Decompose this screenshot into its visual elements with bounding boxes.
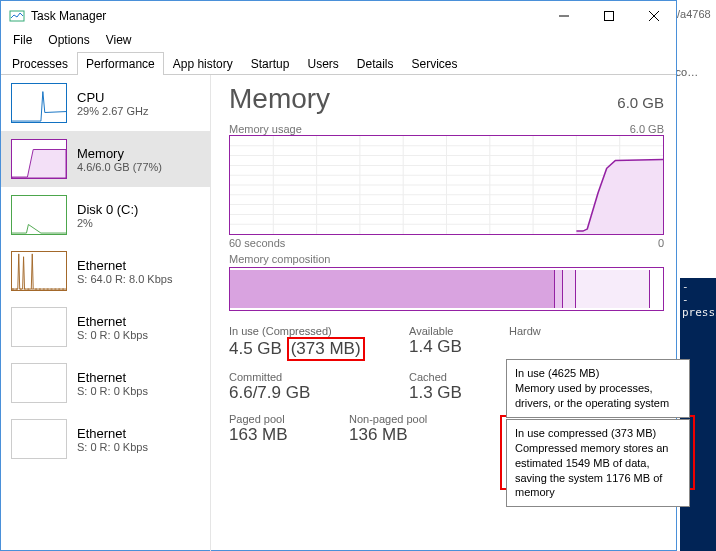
- menu-bar: File Options View: [1, 31, 676, 51]
- hardware-label: Hardw: [509, 325, 541, 337]
- available-label: Available: [409, 325, 479, 337]
- menu-view[interactable]: View: [98, 31, 140, 51]
- tab-processes[interactable]: Processes: [3, 52, 77, 75]
- paged-label: Paged pool: [229, 413, 319, 425]
- sidebar-eth4-name: Ethernet: [77, 426, 148, 441]
- sidebar: CPU 29% 2.67 GHz Memory 4.6/6.0 GB (77%): [1, 75, 211, 551]
- inuse-value: 4.5 GB (373 MB): [229, 337, 379, 361]
- svg-rect-0: [10, 11, 24, 21]
- eth3-thumb-chart: [11, 363, 67, 403]
- sidebar-mem-name: Memory: [77, 146, 162, 161]
- disk-thumb-chart: [11, 195, 67, 235]
- sidebar-cpu-sub: 29% 2.67 GHz: [77, 105, 149, 117]
- committed-label: Committed: [229, 371, 379, 383]
- sidebar-eth2-name: Ethernet: [77, 314, 148, 329]
- memory-capacity: 6.0 GB: [617, 94, 664, 111]
- tooltip-inuse: In use (4625 MB) Memory used by processe…: [506, 359, 690, 418]
- usage-chart-label: Memory usage: [229, 123, 302, 135]
- sidebar-disk-name: Disk 0 (C:): [77, 202, 138, 217]
- sidebar-eth4-sub: S: 0 R: 0 Kbps: [77, 441, 148, 453]
- eth1-thumb-chart: [11, 251, 67, 291]
- available-value: 1.4 GB: [409, 337, 479, 357]
- nonpaged-label: Non-paged pool: [349, 413, 427, 425]
- tooltip-compressed: In use compressed (373 MB) Compressed me…: [506, 419, 690, 507]
- cached-value: 1.3 GB: [409, 383, 462, 403]
- compressed-value-highlight: (373 MB): [287, 337, 365, 361]
- sidebar-item-ethernet-2[interactable]: Ethernet S: 0 R: 0 Kbps: [1, 299, 210, 355]
- tab-services[interactable]: Services: [403, 52, 467, 75]
- tooltip-compressed-title: In use compressed (373 MB): [515, 426, 681, 441]
- sidebar-item-disk[interactable]: Disk 0 (C:) 2%: [1, 187, 210, 243]
- menu-file[interactable]: File: [5, 31, 40, 51]
- sidebar-disk-sub: 2%: [77, 217, 138, 229]
- sidebar-eth1-name: Ethernet: [77, 258, 172, 273]
- tab-performance[interactable]: Performance: [77, 52, 164, 75]
- svg-rect-2: [604, 12, 613, 21]
- titlebar[interactable]: Task Manager: [1, 1, 676, 31]
- tab-bar: Processes Performance App history Startu…: [1, 51, 676, 75]
- eth4-thumb-chart: [11, 419, 67, 459]
- memory-thumb-chart: [11, 139, 67, 179]
- sidebar-cpu-name: CPU: [77, 90, 149, 105]
- xaxis-right: 0: [658, 237, 664, 249]
- composition-label: Memory composition: [229, 253, 330, 265]
- cpu-thumb-chart: [11, 83, 67, 123]
- usage-chart-max: 6.0 GB: [630, 123, 664, 135]
- sidebar-eth3-name: Ethernet: [77, 370, 148, 385]
- eth2-thumb-chart: [11, 307, 67, 347]
- memory-composition-chart[interactable]: [229, 267, 664, 311]
- nonpaged-value: 136 MB: [349, 425, 427, 445]
- powershell-text: - - pressio: [682, 280, 714, 319]
- sidebar-mem-sub: 4.6/6.0 GB (77%): [77, 161, 162, 173]
- xaxis-left: 60 seconds: [229, 237, 285, 249]
- committed-value: 6.6/7.9 GB: [229, 383, 379, 403]
- maximize-button[interactable]: [586, 1, 631, 31]
- inuse-label: In use (Compressed): [229, 325, 379, 337]
- sidebar-eth3-sub: S: 0 R: 0 Kbps: [77, 385, 148, 397]
- svg-marker-5: [12, 150, 66, 179]
- sidebar-item-memory[interactable]: Memory 4.6/6.0 GB (77%): [1, 131, 210, 187]
- tab-app-history[interactable]: App history: [164, 52, 242, 75]
- tab-startup[interactable]: Startup: [242, 52, 299, 75]
- tooltip-inuse-body: Memory used by processes, drivers, or th…: [515, 381, 681, 411]
- cached-label: Cached: [409, 371, 462, 383]
- page-title: Memory: [229, 83, 330, 115]
- minimize-button[interactable]: [541, 1, 586, 31]
- sidebar-item-cpu[interactable]: CPU 29% 2.67 GHz: [1, 75, 210, 131]
- sidebar-item-ethernet-3[interactable]: Ethernet S: 0 R: 0 Kbps: [1, 355, 210, 411]
- tab-details[interactable]: Details: [348, 52, 403, 75]
- sidebar-item-ethernet-4[interactable]: Ethernet S: 0 R: 0 Kbps: [1, 411, 210, 467]
- tooltip-compressed-body: Compressed memory stores an estimated 15…: [515, 441, 681, 500]
- task-manager-icon: [9, 8, 25, 24]
- tooltip-inuse-title: In use (4625 MB): [515, 366, 681, 381]
- menu-options[interactable]: Options: [40, 31, 97, 51]
- tab-users[interactable]: Users: [298, 52, 347, 75]
- sidebar-eth1-sub: S: 64.0 R: 8.0 Kbps: [77, 273, 172, 285]
- close-button[interactable]: [631, 1, 676, 31]
- memory-usage-chart[interactable]: [229, 135, 664, 235]
- sidebar-eth2-sub: S: 0 R: 0 Kbps: [77, 329, 148, 341]
- paged-value: 163 MB: [229, 425, 319, 445]
- sidebar-item-ethernet-1[interactable]: Ethernet S: 64.0 R: 8.0 Kbps: [1, 243, 210, 299]
- window-title: Task Manager: [31, 9, 541, 23]
